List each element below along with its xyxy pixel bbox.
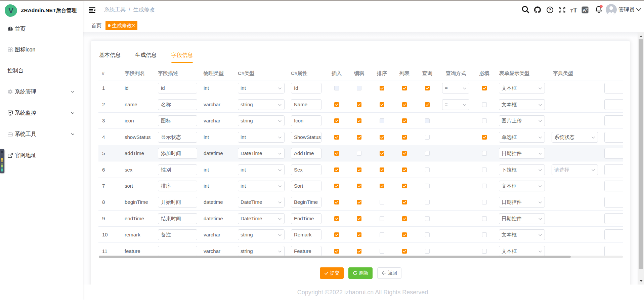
- svg-text:文: 文: [585, 7, 588, 11]
- svg-text:?: ?: [549, 8, 551, 12]
